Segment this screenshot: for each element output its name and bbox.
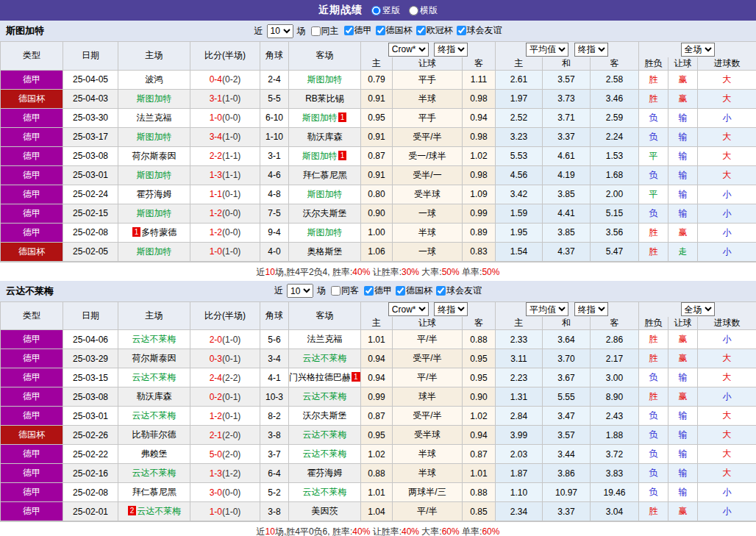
corners-cell: 7-5 — [260, 204, 289, 223]
away-team-cell: 法兰克福 — [289, 330, 361, 349]
team-name-highlight: 云达不莱梅 — [303, 449, 347, 459]
team-name-highlight: 斯图加特 — [302, 151, 338, 161]
home-team-cell: 斯图加特 — [118, 127, 190, 146]
league-filter-option[interactable]: 德甲 — [340, 24, 372, 37]
league-filter-option[interactable]: 德国杯 — [372, 24, 413, 37]
corners-cell: 4-1 — [260, 368, 289, 387]
team-name-highlight: 云达不莱梅 — [303, 391, 347, 401]
final-odds-select-2[interactable]: 终指 — [574, 43, 608, 57]
horizontal-layout-option[interactable]: 横版 — [404, 4, 438, 17]
handicap-line-cell: 受半球 — [393, 185, 463, 204]
match-result-cell: 负 — [639, 426, 668, 445]
league-filter-checkbox[interactable] — [396, 286, 405, 296]
league-filter-option[interactable]: 德国杯 — [392, 285, 432, 297]
avg-home-odds-cell: 1.59 — [496, 204, 543, 223]
league-filter-option[interactable]: 德甲 — [360, 285, 392, 297]
half-time-score: (0-1) — [222, 392, 240, 402]
league-filter-option[interactable]: 球会友谊 — [432, 285, 482, 297]
avg-odds-select[interactable]: 平均值 — [526, 302, 568, 316]
same-venue-option[interactable]: 同客 — [327, 285, 359, 297]
score-cell: 1-2(0-0) — [190, 204, 260, 223]
handicap-line-cell: 两球半/三 — [393, 483, 463, 502]
league-cell: 德国杯 — [1, 426, 63, 445]
full-time-score: 1-1 — [210, 189, 222, 199]
avg-away-odds-cell: 8.90 — [591, 387, 639, 407]
col-home: 主场 — [118, 42, 190, 71]
opponent-name: 霍芬海姆 — [307, 468, 343, 478]
handicap-result-cell: 输 — [668, 368, 698, 387]
avg-away-odds-cell: 3.04 — [591, 502, 639, 521]
games-count-select[interactable]: 10 — [267, 24, 293, 38]
date-cell: 25-02-08 — [63, 483, 118, 502]
col-avg-draw: 和 — [543, 57, 591, 71]
avg-home-odds-cell: 3.99 — [496, 426, 543, 445]
league-cell: 德甲 — [1, 108, 63, 127]
avg-home-odds-cell: 2.23 — [496, 368, 543, 387]
opponent-name: 奥格斯堡 — [307, 246, 343, 257]
team-name-highlight: 斯图加特 — [137, 93, 172, 104]
vertical-layout-option[interactable]: 竖版 — [367, 4, 400, 17]
opponent-name: 比勒菲尔德 — [132, 429, 176, 440]
rank-badge: 1 — [338, 151, 347, 160]
summary-segment: 10 — [265, 526, 275, 536]
corners-cell: 3-8 — [260, 502, 289, 521]
league-cell: 德国杯 — [1, 242, 63, 261]
vertical-layout-radio[interactable] — [371, 6, 381, 15]
opponent-name: 拜仁慕尼黑 — [303, 170, 347, 180]
same-venue-checkbox[interactable] — [311, 26, 321, 36]
handicap-result-cell: 输 — [668, 204, 698, 223]
handicap-home-odds-cell: 0.95 — [361, 426, 393, 445]
half-time-score: (1-0) — [222, 335, 240, 345]
league-cell: 德甲 — [1, 165, 63, 185]
league-filter-checkbox[interactable] — [344, 26, 354, 35]
odds-provider-select[interactable]: Crow* — [388, 302, 429, 316]
summary-segment: 场,胜4平2负4, 胜率: — [275, 267, 352, 277]
same-venue-option[interactable]: 同主 — [307, 25, 339, 37]
table-body: 德甲25-04-06云达不莱梅2-0(1-0)5-6法兰克福1.01平/半0.8… — [1, 330, 756, 521]
league-filter-checkbox[interactable] — [376, 26, 385, 35]
full-time-score: 2-1 — [210, 430, 222, 440]
horizontal-layout-radio[interactable] — [409, 6, 418, 15]
handicap-result-cell: 赢 — [668, 70, 698, 89]
league-filter-checkbox[interactable] — [364, 286, 374, 296]
scope-select[interactable]: 全场 — [681, 302, 715, 316]
league-filter-checkbox[interactable] — [436, 286, 446, 296]
result-group: 全场 — [639, 301, 756, 317]
scope-select[interactable]: 全场 — [681, 43, 715, 57]
summary-segment: 50% — [442, 267, 460, 277]
league-filter-checkbox[interactable] — [416, 26, 426, 35]
half-time-score: (2-2) — [222, 373, 240, 383]
handicap-line-cell: 半球 — [393, 445, 463, 464]
goals-result-cell: 大 — [698, 445, 756, 464]
avg-odds-select[interactable]: 平均值 — [526, 43, 568, 57]
final-odds-select[interactable]: 终指 — [434, 302, 468, 316]
final-odds-select-2[interactable]: 终指 — [574, 302, 608, 316]
handicap-away-odds-cell: 0.95 — [463, 368, 496, 387]
handicap-home-odds-cell: 0.91 — [361, 89, 393, 108]
away-team-cell: 斯图加特1 — [289, 108, 361, 127]
final-odds-select[interactable]: 终指 — [434, 43, 468, 57]
full-time-score: 1-2 — [210, 208, 222, 218]
table-row: 德甲25-03-29荷尔斯泰因0-3(0-1)3-4云达不莱梅0.94受平/半0… — [1, 349, 756, 368]
avg-draw-odds-cell: 4.19 — [543, 165, 591, 185]
date-cell: 25-03-01 — [63, 165, 118, 185]
europe-odds-group: 平均值 终指 — [496, 42, 639, 57]
odds-provider-select[interactable]: Crow* — [388, 43, 429, 57]
match-result-cell: 负 — [639, 407, 668, 426]
league-filter-option[interactable]: 球会友谊 — [453, 24, 502, 37]
same-venue-checkbox[interactable] — [331, 286, 340, 296]
games-count-select[interactable]: 10 — [287, 284, 313, 298]
team-name-highlight: 云达不莱梅 — [303, 429, 347, 440]
opponent-name: 霍芬海姆 — [137, 189, 172, 199]
league-filter-option[interactable]: 欧冠杯 — [413, 24, 453, 37]
col-avg-away: 客 — [591, 317, 639, 330]
league-filter-checkbox[interactable] — [457, 26, 466, 35]
corners-cell: 5-2 — [260, 483, 289, 502]
league-cell: 德甲 — [1, 127, 63, 146]
away-team-cell: 云达不莱梅 — [289, 483, 361, 502]
team-name-highlight: 斯图加特 — [307, 74, 343, 85]
home-team-cell: 云达不莱梅 — [118, 368, 190, 387]
page-title: 近期战绩 — [318, 4, 363, 17]
handicap-line-cell: 半球 — [393, 89, 463, 108]
handicap-odds-group: Crow* 终指 — [361, 42, 496, 57]
